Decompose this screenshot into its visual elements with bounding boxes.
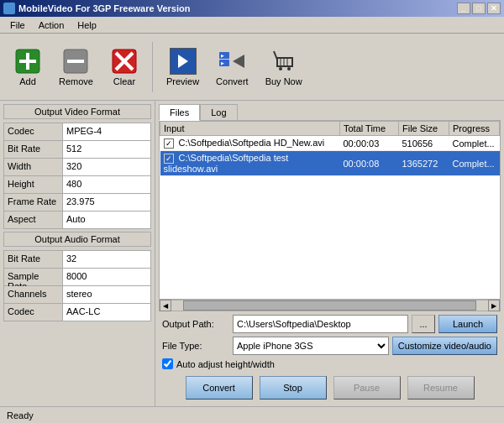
- add-label: Add: [19, 76, 36, 86]
- samplerate-label: Sample Rate: [4, 269, 63, 285]
- auto-adjust-checkbox[interactable]: [162, 358, 173, 369]
- main-content: Output Video Format Codec MPEG-4 Bit Rat…: [0, 101, 504, 406]
- scroll-right-arrow[interactable]: ▶: [488, 300, 500, 311]
- channels-row: Channels stereo: [3, 285, 151, 304]
- tab-bar: Files Log: [159, 104, 501, 121]
- svg-point-18: [279, 67, 282, 70]
- audio-codec-value: AAC-LC: [63, 304, 150, 321]
- clear-label: Clear: [113, 76, 135, 86]
- cart-icon: [270, 48, 297, 75]
- auto-adjust-row: Auto adjust height/width: [162, 358, 497, 369]
- buynow-label: Buy Now: [265, 76, 302, 86]
- file-row2-size: 1365272: [399, 151, 449, 176]
- audio-bitrate-row: Bit Rate 32: [3, 250, 151, 269]
- buynow-button[interactable]: Buy Now: [259, 44, 309, 90]
- remove-icon: [62, 48, 89, 75]
- output-path-input[interactable]: [233, 315, 408, 333]
- file-row2-progress: Complet...: [449, 151, 500, 176]
- col-progress: Progress: [449, 122, 500, 136]
- browse-button[interactable]: ...: [412, 315, 435, 333]
- file-row-input: ✓ C:\Softpedia\Softpedia HD_New.avi: [160, 136, 340, 151]
- video-bitrate-row: Bit Rate 512: [3, 140, 151, 159]
- remove-button[interactable]: Remove: [52, 44, 100, 90]
- preview-button[interactable]: Preview: [160, 44, 206, 90]
- status-text: Ready: [7, 410, 34, 420]
- convert-button[interactable]: ▶ ▶ Convert: [209, 44, 255, 90]
- codec-label: Codec: [4, 123, 63, 140]
- framerate-row: Frame Rate 23.975: [3, 193, 151, 212]
- audio-bitrate-value: 32: [63, 251, 150, 268]
- channels-value: stereo: [63, 286, 150, 303]
- file-row2-time: 00:00:08: [340, 151, 399, 176]
- audio-codec-row: Codec AAC-LC: [3, 303, 151, 321]
- channels-label: Channels: [4, 286, 63, 303]
- preview-label: Preview: [166, 76, 199, 86]
- codec-row: Codec MPEG-4: [3, 123, 151, 141]
- scroll-thumb[interactable]: [183, 300, 476, 311]
- scroll-left-arrow[interactable]: ◀: [160, 300, 171, 311]
- clear-icon: [111, 48, 138, 75]
- left-panel: Output Video Format Codec MPEG-4 Bit Rat…: [0, 101, 155, 406]
- window-title: MobileVideo For 3GP Freeware Version: [18, 3, 190, 13]
- stop-action-button[interactable]: Stop: [260, 376, 327, 400]
- file-checkbox-1[interactable]: ✓: [164, 138, 174, 149]
- menu-help[interactable]: Help: [71, 18, 103, 32]
- title-bar: MobileVideo For 3GP Freeware Version _ □…: [0, 0, 504, 17]
- file-checkbox-2[interactable]: ✓: [164, 154, 174, 164]
- height-label: Height: [4, 176, 63, 193]
- bottom-controls: Output Path: ... Launch File Type: Apple…: [159, 311, 501, 373]
- height-row: Height 480: [3, 175, 151, 194]
- add-icon: [14, 48, 41, 75]
- resume-action-button[interactable]: Resume: [407, 376, 475, 400]
- app-icon: [3, 3, 15, 14]
- width-label: Width: [4, 159, 63, 175]
- tab-log[interactable]: Log: [200, 104, 237, 121]
- file-table-container[interactable]: Input Total Time File Size Progress ✓ C:…: [159, 120, 501, 300]
- action-buttons-row: Convert Stop Pause Resume: [159, 373, 501, 403]
- file-type-label: File Type:: [162, 341, 229, 351]
- customize-button[interactable]: Customize video/audio: [392, 337, 497, 355]
- status-bar: Ready: [0, 406, 504, 423]
- menu-bar: File Action Help: [0, 17, 504, 34]
- clear-button[interactable]: Clear: [103, 44, 145, 90]
- height-value: 480: [63, 176, 150, 193]
- convert-icon: ▶ ▶: [218, 48, 245, 75]
- file-row-size: 510656: [399, 136, 449, 151]
- maximize-button[interactable]: □: [472, 3, 486, 14]
- menu-action[interactable]: Action: [32, 18, 71, 32]
- close-button[interactable]: ✕: [487, 3, 501, 14]
- table-row[interactable]: ✓ C:\Softpedia\Softpedia test slideshow.…: [160, 151, 500, 176]
- col-time: Total Time: [340, 122, 399, 136]
- video-bitrate-value: 512: [63, 141, 150, 158]
- convert-action-button[interactable]: Convert: [186, 376, 253, 400]
- svg-marker-12: [233, 55, 244, 68]
- pause-action-button[interactable]: Pause: [333, 376, 401, 400]
- launch-button[interactable]: Launch: [438, 315, 497, 333]
- menu-file[interactable]: File: [3, 18, 32, 32]
- col-input: Input: [160, 122, 340, 136]
- samplerate-value: 8000: [63, 269, 150, 285]
- file-type-select[interactable]: Apple iPhone 3GS Nokia 3GP Generic MP4: [233, 337, 389, 355]
- framerate-label: Frame Rate: [4, 194, 63, 211]
- preview-icon: [170, 48, 197, 75]
- add-button[interactable]: Add: [7, 44, 49, 90]
- file-type-row: File Type: Apple iPhone 3GS Nokia 3GP Ge…: [162, 337, 497, 355]
- aspect-label: Aspect: [4, 212, 63, 228]
- tab-files[interactable]: Files: [159, 104, 200, 121]
- col-size: File Size: [399, 122, 449, 136]
- table-row[interactable]: ✓ C:\Softpedia\Softpedia HD_New.avi 00:0…: [160, 136, 500, 151]
- horizontal-scrollbar[interactable]: ◀ ▶: [159, 300, 501, 311]
- width-row: Width 320: [3, 158, 151, 176]
- file-row-time: 00:00:03: [340, 136, 399, 151]
- toolbar: Add Remove Clear Preview: [0, 34, 504, 101]
- auto-adjust-label: Auto adjust height/width: [176, 359, 275, 369]
- output-path-label: Output Path:: [162, 319, 229, 329]
- output-path-row: Output Path: ... Launch: [162, 315, 497, 333]
- svg-point-19: [287, 67, 291, 70]
- minimize-button[interactable]: _: [457, 3, 470, 14]
- aspect-value: Auto: [63, 212, 150, 228]
- convert-label: Convert: [216, 76, 249, 86]
- codec-value: MPEG-4: [63, 123, 150, 140]
- svg-rect-14: [277, 58, 292, 66]
- toolbar-separator-1: [152, 42, 153, 92]
